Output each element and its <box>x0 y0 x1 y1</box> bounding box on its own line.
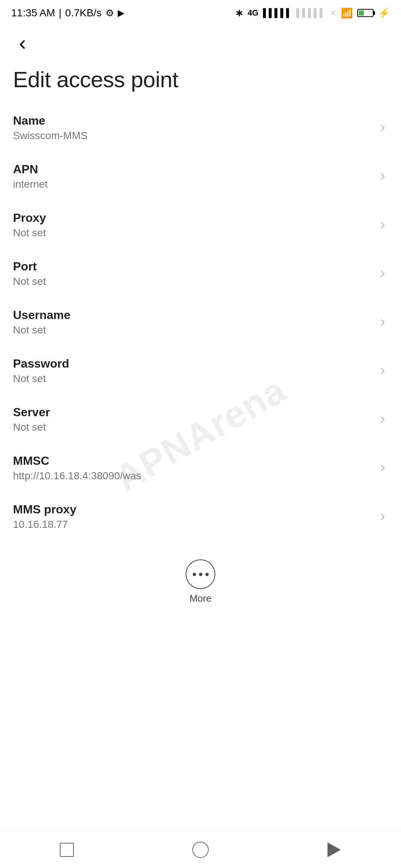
settings-item-content: Proxy Not set <box>13 211 378 239</box>
settings-item-content: Name Swisscom-MMS <box>13 114 378 142</box>
chevron-right-icon <box>378 269 388 279</box>
back-button[interactable] <box>13 35 32 54</box>
more-circle-icon <box>186 559 215 589</box>
more-button[interactable]: More <box>175 556 226 608</box>
settings-item-label: APN <box>13 162 378 176</box>
settings-item-label: Username <box>13 308 378 322</box>
settings-item-password[interactable]: Password Not set <box>0 346 401 395</box>
chevron-right-icon <box>378 123 388 133</box>
charging-icon: ⚡ <box>378 7 390 19</box>
status-right: ∗ 4G ▌▌▌▌▌ ▌▌▌▌▌ ✕ 📶 ⚡ <box>235 7 390 19</box>
chevron-right-icon <box>378 414 388 425</box>
settings-item-label: MMSC <box>13 454 378 468</box>
battery-indicator <box>357 9 374 17</box>
bottom-navigation <box>0 831 401 868</box>
settings-item-label: Proxy <box>13 211 378 225</box>
settings-item-content: Password Not set <box>13 357 378 385</box>
settings-item-value: Swisscom-MMS <box>13 130 378 142</box>
more-section: More <box>0 541 401 615</box>
signal-bars-icon: ▌▌▌▌▌ <box>263 8 292 18</box>
navigation-bar <box>0 30 401 59</box>
settings-item-server[interactable]: Server Not set <box>0 395 401 444</box>
settings-item-label: Port <box>13 260 378 273</box>
status-left: 11:35 AM | 0.7KB/s ⚙ ▶ <box>11 7 124 19</box>
settings-item-content: Server Not set <box>13 405 378 433</box>
settings-item-content: MMS proxy 10.16.18.77 <box>13 503 378 530</box>
chevron-right-icon <box>378 463 388 473</box>
recents-button[interactable] <box>56 839 78 861</box>
chevron-right-icon <box>378 512 388 522</box>
settings-item-mms-proxy[interactable]: MMS proxy 10.16.18.77 <box>0 492 401 541</box>
settings-item-value: http://10.16.18.4:38090/was <box>13 470 378 482</box>
settings-item-name[interactable]: Name Swisscom-MMS <box>0 103 401 152</box>
back-nav-button[interactable] <box>323 839 345 861</box>
home-button[interactable] <box>189 839 212 861</box>
more-label: More <box>189 593 211 604</box>
settings-item-value: Not set <box>13 421 378 433</box>
chevron-right-icon <box>378 171 388 182</box>
settings-item-value: 10.16.18.77 <box>13 519 378 530</box>
video-icon: ▶ <box>118 8 124 18</box>
settings-item-label: Server <box>13 405 378 419</box>
chevron-right-icon <box>378 366 388 376</box>
settings-item-content: MMSC http://10.16.18.4:38090/was <box>13 454 378 482</box>
signal-4g-icon: 4G <box>248 8 258 18</box>
settings-item-content: Username Not set <box>13 308 378 336</box>
settings-item-username[interactable]: Username Not set <box>0 298 401 346</box>
signal-bars2-icon: ▌▌▌▌▌ <box>296 8 325 18</box>
settings-item-content: APN internet <box>13 162 378 190</box>
settings-list: Name Swisscom-MMS APN internet Proxy Not… <box>0 103 401 541</box>
settings-item-value: Not set <box>13 227 378 239</box>
settings-item-mmsc[interactable]: MMSC http://10.16.18.4:38090/was <box>0 444 401 492</box>
back-nav-icon <box>327 842 341 857</box>
settings-item-port[interactable]: Port Not set <box>0 249 401 298</box>
no-signal-icon: ✕ <box>330 8 336 18</box>
settings-item-value: Not set <box>13 324 378 336</box>
time-display: 11:35 AM <box>11 7 55 19</box>
home-icon <box>192 842 209 858</box>
settings-item-label: Password <box>13 357 378 371</box>
settings-item-label: MMS proxy <box>13 503 378 516</box>
status-bar: 11:35 AM | 0.7KB/s ⚙ ▶ ∗ 4G ▌▌▌▌▌ ▌▌▌▌▌ … <box>0 0 401 26</box>
chevron-right-icon <box>378 317 388 328</box>
settings-item-content: Port Not set <box>13 260 378 287</box>
page-title: Edit access point <box>0 59 401 103</box>
speed-display: 0.7KB/s <box>65 7 102 19</box>
more-dots-icon <box>193 573 209 576</box>
chevron-right-icon <box>378 220 388 230</box>
settings-item-apn[interactable]: APN internet <box>0 152 401 201</box>
bluetooth-icon: ∗ <box>235 7 243 19</box>
wifi-icon: 📶 <box>341 7 353 19</box>
settings-item-value: Not set <box>13 276 378 287</box>
settings-item-label: Name <box>13 114 378 128</box>
settings-icon: ⚙ <box>105 7 114 19</box>
settings-item-proxy[interactable]: Proxy Not set <box>0 201 401 249</box>
recents-icon <box>60 843 74 857</box>
settings-item-value: Not set <box>13 373 378 385</box>
settings-item-value: internet <box>13 178 378 190</box>
separator: | <box>59 7 61 19</box>
